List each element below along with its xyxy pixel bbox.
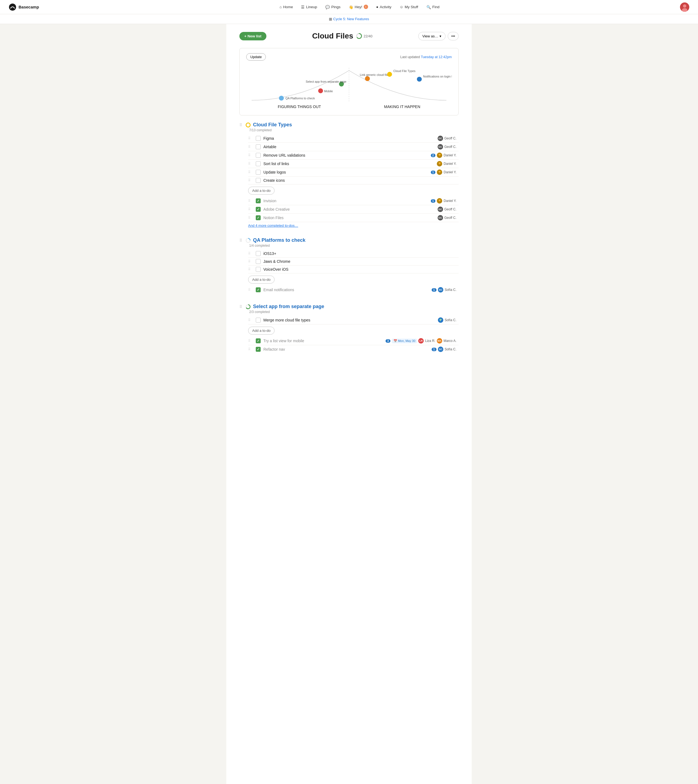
assignee-name: Daniel Y. (444, 199, 456, 203)
home-icon: ⌂ (280, 5, 282, 9)
hill-dot-cloud[interactable] (387, 72, 392, 77)
todo-checkbox-checked[interactable] (256, 207, 261, 212)
drag-handle-icon[interactable]: ⠿ (248, 288, 252, 292)
hill-dot-link[interactable] (365, 76, 370, 81)
drag-handle-icon[interactable]: ⠿ (239, 305, 242, 309)
hill-dot-qa[interactable] (279, 96, 284, 101)
todo-checkbox[interactable] (256, 136, 261, 141)
add-todo-button[interactable]: Add a to-do (248, 276, 275, 284)
drag-handle-icon[interactable]: ⠿ (248, 145, 252, 149)
todo-checkbox-checked[interactable] (256, 215, 261, 220)
logo[interactable]: Basecamp (9, 3, 39, 11)
nav-activity[interactable]: ● Activity (373, 3, 395, 11)
todo-item-completed: ⠿ Adobe Creative GC Geoff C. (248, 205, 459, 214)
drag-handle-icon[interactable]: ⠿ (239, 123, 242, 127)
todo-checkbox-checked[interactable] (256, 198, 261, 203)
chevron-down-icon: ▾ (440, 34, 441, 38)
todo-checkbox[interactable] (256, 144, 261, 149)
update-button[interactable]: Update (246, 53, 266, 61)
drag-handle-icon[interactable]: ⠿ (248, 137, 252, 140)
page-content: + New list Cloud Files 22/40 View as… ▾ … (226, 24, 472, 784)
drag-handle-icon[interactable]: ⠿ (248, 318, 252, 322)
svg-text:QA Platforms to check: QA Platforms to check (285, 97, 315, 100)
section-title-cloud-file-types[interactable]: Cloud File Types (253, 122, 292, 128)
todo-checkbox[interactable] (256, 178, 261, 183)
section-title-qa-platforms[interactable]: QA Platforms to check (253, 238, 305, 243)
breadcrumb-link[interactable]: Cycle 5: New Features (333, 17, 369, 21)
drag-handle-icon[interactable]: ⠿ (248, 339, 252, 343)
more-completed-link[interactable]: And 4 more completed to-dos… (248, 223, 298, 228)
nav-mystuff[interactable]: ☺ My Stuff (396, 3, 421, 11)
todo-checkbox-checked[interactable] (256, 287, 261, 292)
nav-pings[interactable]: 💬 Pings (322, 3, 344, 11)
view-as-button[interactable]: View as… ▾ (418, 32, 446, 40)
drag-handle-icon[interactable]: ⠿ (248, 170, 252, 174)
todo-label-completed: Refactor nav (263, 347, 429, 352)
progress-text: 22/40 (364, 34, 373, 38)
more-options-button[interactable]: ••• (448, 32, 459, 40)
assignee-avatar: GC (438, 206, 443, 212)
todo-checkbox[interactable] (256, 161, 261, 166)
todo-label: Sort list of links (263, 162, 434, 166)
todo-label-completed: Invision (263, 199, 428, 203)
drag-handle-icon[interactable]: ⠿ (248, 207, 252, 211)
last-updated-link[interactable]: Tuesday at 12:42pm (421, 55, 452, 59)
todo-checkbox[interactable] (256, 153, 261, 158)
assignee-name: Geoff C. (444, 137, 456, 140)
drag-handle-icon[interactable]: ⠿ (239, 238, 242, 243)
section-select-app: ⠿ Select app from separate page 2/3 comp… (239, 304, 459, 353)
drag-handle-icon[interactable]: ⠿ (248, 252, 252, 256)
user-avatar[interactable] (680, 2, 689, 12)
drag-handle-icon[interactable]: ⠿ (248, 216, 252, 220)
todo-checkbox[interactable] (256, 251, 261, 256)
todo-label: iOS13+ (263, 251, 456, 256)
todo-meta: 🏆 Daniel Y. (437, 161, 456, 167)
todo-label: Update logos (263, 170, 428, 174)
drag-handle-icon[interactable]: ⠿ (248, 162, 252, 166)
todo-checkbox[interactable] (256, 259, 261, 264)
todo-item-completed: ⠿ Email notifications 1 SC Sofía C. (248, 286, 459, 294)
todo-checkbox-checked[interactable] (256, 338, 261, 343)
page-header: + New list Cloud Files 22/40 View as… ▾ … (239, 31, 459, 40)
figuring-label: FIGURING THINGS OUT (278, 104, 321, 109)
nav-home[interactable]: ⌂ Home (276, 3, 296, 11)
nav-lineup[interactable]: ☰ Lineup (298, 3, 320, 11)
svg-text:Notifications on login from…: Notifications on login from… (423, 75, 452, 78)
assignee-name: Sofía C. (445, 288, 456, 292)
todo-checkbox[interactable] (256, 170, 261, 175)
page-title-area: Cloud Files 22/40 (312, 31, 372, 40)
todo-checkbox[interactable] (256, 267, 261, 272)
svg-point-16 (247, 239, 250, 242)
add-todo-button[interactable]: Add a to-do (248, 187, 275, 195)
section-header: ⠿ Select app from separate page (239, 304, 459, 309)
page-title: Cloud Files (312, 31, 353, 40)
assignee-avatar: GC (438, 144, 443, 150)
nav-find[interactable]: 🔍 Find (423, 3, 443, 11)
section-progress-text: 7/13 completed (240, 128, 459, 132)
todo-item-completed: ⠿ Refactor nav 1 SC Sofía C. (248, 345, 459, 353)
drag-handle-icon[interactable]: ⠿ (248, 153, 252, 157)
todo-item: ⠿ VoiceOver iOS (248, 266, 459, 274)
drag-handle-icon[interactable]: ⠿ (248, 199, 252, 203)
nav-hey[interactable]: 👋 Hey! ! (346, 3, 371, 11)
assignee-avatar: 🌍 (438, 317, 443, 323)
assignee2-avatar: MA (437, 338, 442, 343)
todo-meta: 1 🏆 Daniel Y. (431, 170, 457, 175)
drag-handle-icon[interactable]: ⠿ (248, 267, 252, 271)
breadcrumb: ▦ Cycle 5: New Features (0, 14, 698, 24)
new-list-button[interactable]: + New list (239, 32, 267, 40)
drag-handle-icon[interactable]: ⠿ (248, 347, 252, 351)
drag-handle-icon[interactable]: ⠿ (248, 259, 252, 263)
comment-count-badge: 1 (431, 199, 436, 203)
todo-meta: GC Geoff C. (438, 206, 456, 212)
drag-handle-icon[interactable]: ⠿ (248, 178, 252, 182)
add-todo-button[interactable]: Add a to-do (248, 327, 275, 335)
hill-dot-notifications[interactable] (417, 77, 422, 82)
assignee-avatar: SC (438, 287, 443, 292)
svg-point-2 (683, 4, 686, 8)
todo-checkbox-checked[interactable] (256, 347, 261, 352)
todo-checkbox[interactable] (256, 318, 261, 323)
todo-item: ⠿ Create icons (248, 177, 459, 185)
section-title-select-app[interactable]: Select app from separate page (253, 304, 324, 309)
hill-dot-mobile[interactable] (318, 88, 323, 93)
